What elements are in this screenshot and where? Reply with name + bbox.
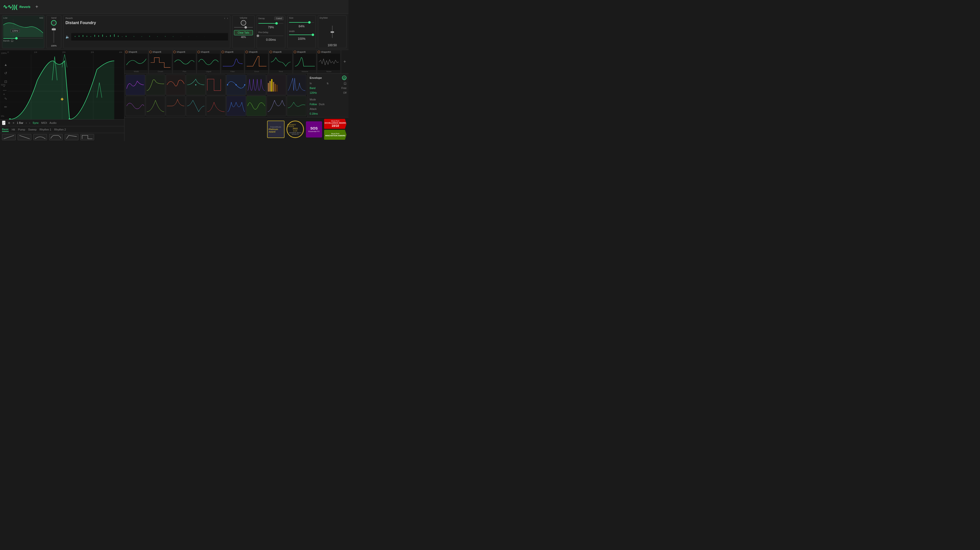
shaper-pan-canvas[interactable] [173,54,196,70]
shaper-noise-power[interactable] [318,51,320,53]
mod-item-13[interactable] [186,96,205,116]
shaper-time-power[interactable] [270,51,272,53]
mod-item-7[interactable] [247,74,266,95]
shaper-width-header: ShaperB [125,51,148,53]
envelope-power-btn[interactable]: ⏻ [342,76,347,80]
reverb-prev-btn[interactable]: ‹ [224,17,225,20]
volume-label: Volume [240,17,247,19]
predelay-slider[interactable] [258,36,283,36]
mod-item-16[interactable] [247,96,266,116]
volume-knob[interactable] [241,20,246,25]
decay-thumb[interactable] [275,22,278,25]
mod-item-8[interactable] [267,74,286,95]
audio-btn[interactable]: Audio [49,121,57,124]
decay-section: Decay Gated 79% Pre-Delay 0.00ms [257,16,285,48]
shape-plateau[interactable] [49,134,63,140]
shaper-liquid-power[interactable] [197,51,200,53]
predelay-value: 0.00ms [258,38,283,41]
send-fader[interactable] [53,27,54,43]
shaper-add-button[interactable]: + [341,50,348,73]
mod-item-11[interactable] [146,96,165,116]
predelay-label: Pre-Delay [258,31,283,33]
shaper-crush-power[interactable] [150,51,152,53]
send-knob[interactable] [51,20,57,25]
add-button[interactable]: + [35,4,38,10]
shape-bell[interactable] [33,134,47,140]
predelay-thumb[interactable] [257,35,259,37]
mod-item-5[interactable] [206,74,226,95]
mod-item-eq[interactable] [287,96,306,116]
shaper-volume-power[interactable] [294,51,296,53]
shaper-time-canvas[interactable] [270,54,292,70]
mod-item-6[interactable] [226,74,246,95]
mod-item-4[interactable] [186,74,205,95]
mod-item-14[interactable] [206,96,226,116]
shaper-width-power[interactable] [125,51,128,53]
clear-tails-button[interactable]: Clear Tails [234,30,253,35]
shaper-pan-header: ShaperB [173,51,196,53]
mod-item-3[interactable] [166,74,185,95]
reverb-waveform: 🔈 [65,27,228,47]
mod-item-9[interactable] [287,74,306,95]
shape-attack-sustain[interactable] [65,134,78,140]
env-free-label[interactable]: Free [341,87,347,89]
shaper-drive-canvas[interactable] [245,54,268,70]
envelope-editor[interactable]: 0 1/4 2/4 3/4 4/4 100% 50% 0% ▲ ↺ ⊡ ∘—∘ … [0,50,124,119]
volume-slider-thumb[interactable] [245,26,247,29]
shaper-drive-name: ShaperB [249,51,258,53]
shaper-filter-power[interactable] [221,51,224,53]
eq-canvas[interactable]: 120Hz [3,20,43,37]
preset-tab-sweep[interactable]: Sweep [28,128,37,132]
shape-ramp-down[interactable] [18,134,31,140]
drywet-thumb[interactable] [331,31,334,33]
midi-btn[interactable]: MIDI [41,121,47,124]
next-btn[interactable]: › [29,121,30,124]
reverb-preset-name[interactable]: Distant Foundry [65,21,228,25]
preset-tab-hit[interactable]: Hit [12,128,15,132]
eq-slider[interactable] [3,38,43,38]
volume-section: Volume Clear Tails 46% [232,16,255,48]
mod-item-10[interactable] [126,96,145,116]
mod-item-1[interactable] [126,74,145,95]
expand-button[interactable]: ⤢ [2,120,5,125]
shaper-liquid-canvas[interactable] [197,54,220,70]
width-slider[interactable] [289,35,314,35]
env-in-row: In ⇅ 🎧 [310,82,347,85]
mod-item-12[interactable] [166,96,185,116]
preset-tab-basic[interactable]: Basic [2,127,9,132]
shaper-volume-canvas[interactable] [294,54,316,70]
eq-slider-thumb[interactable] [15,37,18,40]
size-thumb[interactable] [308,21,311,24]
mod-item-17[interactable] [267,96,286,116]
env-follow-btn[interactable]: Follow [310,103,317,106]
shaper-noise-canvas[interactable] [318,54,340,70]
decay-slider[interactable] [258,23,283,24]
shaper-pan-power[interactable] [173,51,176,53]
shaper-width-canvas[interactable] [125,54,148,70]
env-duck-btn[interactable]: Duck [319,103,325,106]
shaper-crush-canvas[interactable] [150,54,172,70]
preset-tab-rhythm2[interactable]: Rhythm 2 [54,128,66,132]
reverb-next-btn[interactable]: › [227,17,228,20]
preset-tab-pump[interactable]: Pump [18,128,25,132]
preset-shapes [0,133,124,141]
width-thumb[interactable] [312,33,314,36]
svg-point-33 [195,84,196,86]
mt-innovation-brand: MusicTech [331,133,339,135]
env-band-label[interactable]: Band [310,87,315,89]
volume-slider[interactable] [234,27,253,28]
mod-item-15[interactable] [226,96,246,116]
sync-btn[interactable]: Sync [33,121,38,124]
prev-btn[interactable]: ‹ [26,121,27,124]
shape-step[interactable] [80,134,94,140]
env-in-icon: ⇅ [326,82,329,85]
send-fader-thumb[interactable] [52,29,56,30]
size-slider[interactable] [289,22,314,23]
shape-ramp-up[interactable] [2,134,16,140]
preset-tab-rhythm1[interactable]: Rhythm 1 [40,128,51,132]
shaper-filter-canvas[interactable] [221,54,244,70]
env-freq-row: 120Hz Off [310,92,347,94]
mod-item-2[interactable] [146,74,165,95]
drywet-label: Dry/Wet [320,17,328,19]
shaper-drive-power[interactable] [245,51,248,53]
